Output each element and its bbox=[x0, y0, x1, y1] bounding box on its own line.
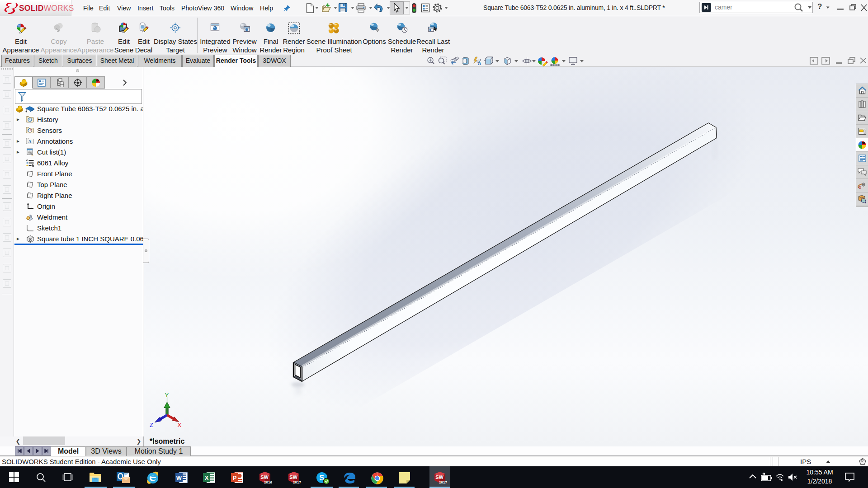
svg-text:2017: 2017 bbox=[293, 480, 301, 484]
svg-text:P: P bbox=[233, 474, 237, 481]
svg-text:SW: SW bbox=[289, 474, 297, 480]
svg-text:X: X bbox=[205, 474, 209, 481]
svg-text:X: X bbox=[178, 422, 182, 428]
svg-text:2016: 2016 bbox=[264, 480, 272, 484]
svg-text:W: W bbox=[176, 474, 182, 481]
svg-text:Z: Z bbox=[150, 422, 153, 428]
svg-text:SW: SW bbox=[260, 474, 269, 480]
svg-text:A: A bbox=[28, 139, 32, 144]
svg-text:SW: SW bbox=[435, 474, 443, 480]
svg-text:2017: 2017 bbox=[439, 480, 447, 484]
